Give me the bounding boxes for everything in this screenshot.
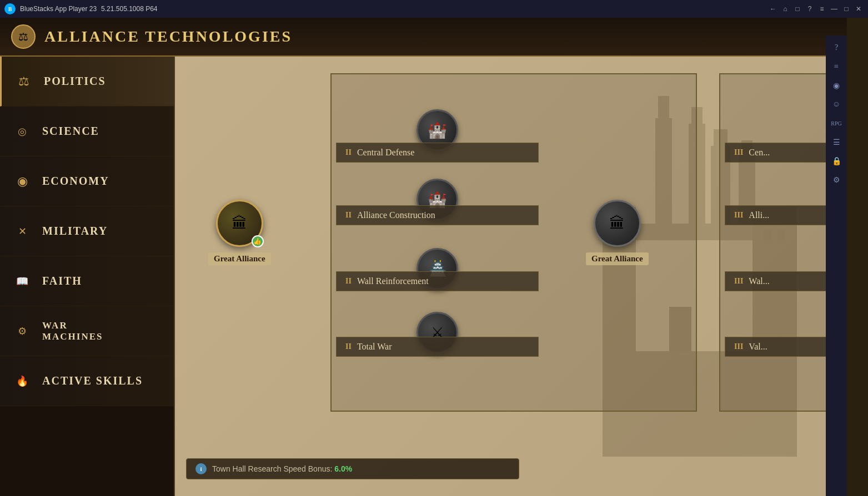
total-war-box[interactable]: II Total War <box>336 337 539 357</box>
sidebar-item-science[interactable]: ◎ SCIENCE <box>0 107 174 156</box>
sidebar-icon-list[interactable]: ☰ <box>829 134 844 150</box>
great-alliance-left-label: Great Alliance <box>208 252 271 265</box>
war-machines-icon: ⚙ <box>11 320 33 342</box>
wal-right-tier: III <box>734 277 743 286</box>
val-right-name: Val... <box>749 342 767 352</box>
val-right-tier: III <box>734 342 743 351</box>
title-bar-left: B BlueStacks App Player 23 5.21.505.1008… <box>4 3 158 14</box>
alli-right-tier: III <box>734 211 743 220</box>
cen-right-tier: III <box>734 148 743 157</box>
menu-btn[interactable]: ≡ <box>817 4 827 14</box>
minimize-btn[interactable]: — <box>829 4 839 14</box>
game-area: ? ≡ ◉ ☺ RPG ☰ 🔒 ⚙ ⚖ ALLIANCE TECHNOLOGIE… <box>0 18 847 496</box>
connector-lines <box>175 57 342 140</box>
app-version: 5.21.505.1008 P64 <box>101 5 157 13</box>
alli-right-name: Alli... <box>749 210 769 220</box>
sidebar-item-active-skills[interactable]: 🔥 ACTIVE SKILLS <box>0 356 174 406</box>
central-defense-tier: II <box>345 148 352 157</box>
politics-label: POLITICS <box>44 75 106 88</box>
main-content: 🏛 👍 Great Alliance 🏰 II Central Defense <box>175 57 847 496</box>
sidebar-icon-settings[interactable]: ⚙ <box>829 172 844 188</box>
status-bar: i Town Hall Research Speed Bonus: 6.0% <box>186 458 519 479</box>
science-label: SCIENCE <box>42 125 99 138</box>
sidebar-item-economy[interactable]: ◉ ECONOMY <box>0 156 174 206</box>
sidebar-item-military[interactable]: ✕ MILITARY <box>0 206 174 256</box>
left-nav: ⚖ POLITICS ◎ SCIENCE ◉ ECONOMY ✕ MILITAR… <box>0 57 175 496</box>
sidebar-item-war-machines[interactable]: ⚙ WARMACHINES <box>0 306 174 356</box>
total-war-name: Total War <box>357 342 392 352</box>
title-bar: B BlueStacks App Player 23 5.21.505.1008… <box>0 0 868 18</box>
wall-reinforcement-name: Wall Reinforcement <box>357 276 429 286</box>
military-label: MILITARY <box>42 225 108 237</box>
app-name: BlueStacks App Player 23 <box>20 5 97 13</box>
active-skills-label: ACTIVE SKILLS <box>42 374 143 387</box>
sidebar-icon-record[interactable]: ◉ <box>829 78 844 93</box>
window-btn[interactable]: □ <box>792 4 802 14</box>
great-alliance-left-container: 🏛 👍 Great Alliance <box>208 200 271 265</box>
sidebar-icon-lock[interactable]: 🔒 <box>829 153 844 169</box>
tech-tree: 🏛 👍 Great Alliance 🏰 II Central Defense <box>175 57 847 496</box>
great-alliance-left-badge: 👍 <box>252 235 264 247</box>
great-alliance-right-container: 🏛 Great Alliance <box>586 200 649 265</box>
sidebar-item-politics[interactable]: ⚖ POLITICS <box>0 57 174 107</box>
sidebar-icon-account[interactable]: ☺ <box>829 97 844 112</box>
wall-reinforcement-box[interactable]: II Wall Reinforcement <box>336 271 539 291</box>
content-area: ⚖ POLITICS ◎ SCIENCE ◉ ECONOMY ✕ MILITAR… <box>0 57 847 496</box>
page-title: ALLIANCE TECHNOLOGIES <box>44 28 292 45</box>
central-defense-box[interactable]: II Central Defense <box>336 143 539 163</box>
home-btn[interactable]: ⌂ <box>780 4 790 14</box>
alliance-construction-tier: II <box>345 211 352 220</box>
faith-icon: 📖 <box>11 270 33 292</box>
politics-icon: ⚖ <box>13 70 35 93</box>
title-bar-controls: ← ⌂ □ ? ≡ — □ ✕ <box>768 4 864 14</box>
maximize-btn[interactable]: □ <box>841 4 851 14</box>
info-icon: i <box>195 463 207 474</box>
header-icon: ⚖ <box>11 24 36 49</box>
faith-label: FAITH <box>42 275 82 287</box>
status-bonus: 6.0% <box>334 464 352 473</box>
wal-right-name: Wal... <box>749 276 769 286</box>
wall-reinforcement-tier: II <box>345 277 352 286</box>
military-icon: ✕ <box>11 220 33 242</box>
sidebar-icon-help[interactable]: ? <box>829 40 844 55</box>
game-header: ⚖ ALLIANCE TECHNOLOGIES <box>0 18 847 57</box>
status-text: Town Hall Research Speed Bonus: 6.0% <box>212 464 352 473</box>
close-btn[interactable]: ✕ <box>854 4 864 14</box>
great-alliance-right-node[interactable]: 🏛 <box>594 200 641 247</box>
great-alliance-left-node[interactable]: 🏛 👍 <box>216 200 263 247</box>
alliance-construction-box[interactable]: II Alliance Construction <box>336 205 539 225</box>
war-machines-label: WARMACHINES <box>42 320 103 342</box>
cen-right-name: Cen... <box>749 148 770 158</box>
help-btn[interactable]: ? <box>805 4 815 14</box>
bluestacks-logo: B <box>4 3 16 14</box>
alliance-construction-name: Alliance Construction <box>357 210 435 220</box>
economy-icon: ◉ <box>11 170 33 193</box>
economy-label: ECONOMY <box>42 175 109 188</box>
sidebar-icon-rpg[interactable]: RPG <box>829 115 844 131</box>
science-icon: ◎ <box>11 120 33 143</box>
sidebar-item-faith[interactable]: 📖 FAITH <box>0 256 174 306</box>
right-sidebar: ? ≡ ◉ ☺ RPG ☰ 🔒 ⚙ <box>826 36 847 496</box>
sidebar-icon-menu[interactable]: ≡ <box>829 59 844 74</box>
central-defense-name: Central Defense <box>357 148 415 158</box>
back-btn[interactable]: ← <box>768 4 778 14</box>
total-war-tier: II <box>345 342 352 351</box>
great-alliance-right-label: Great Alliance <box>586 252 649 265</box>
active-skills-icon: 🔥 <box>11 370 33 392</box>
